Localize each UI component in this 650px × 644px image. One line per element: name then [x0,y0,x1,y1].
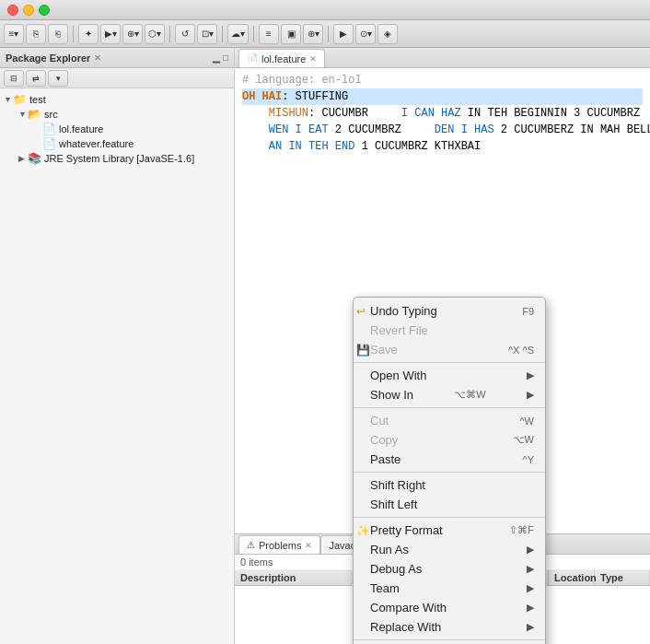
tab-label: lol.feature [261,53,306,64]
menu-label-open-with: Open With [370,369,426,382]
collapse-all-btn[interactable]: ⊟ [4,70,24,87]
menu-label-save: Save [370,343,398,357]
menu-item-team[interactable]: Team ▶ [354,579,545,598]
col-header-location: Location [549,570,595,585]
menu-item-replace-with[interactable]: Replace With ▶ [354,617,545,637]
menu-item-undo-typing[interactable]: ↩ Undo Typing F9 [354,301,545,321]
menu-item-paste[interactable]: Paste ^Y [354,450,545,469]
submenu-arrow-replace-with: ▶ [527,621,534,633]
code-line-8: AN IN TEH END 1 CUCUMBRZ KTHXBAI [242,140,481,153]
menu-shortcut-pretty-format: ⇧⌘F [509,524,534,536]
save-button[interactable]: ⎘ [26,24,46,44]
run-dropdown[interactable]: ▶▾ [100,24,121,44]
toolbar-sep-2 [169,26,170,42]
folder-icon-src: 📂 [28,108,42,121]
run-button[interactable]: ✦ [78,24,99,44]
menu-label-show-in: Show In [370,388,413,402]
tree-item-test[interactable]: ▼ 📁 test [0,92,234,107]
tree-item-whatever-feature[interactable]: ▶ 📄 whatever.feature [0,136,234,151]
menu-label-pretty-format: Pretty Format [370,523,443,537]
code-line-2: OH HAI: STUFFING [242,88,643,105]
menu-label-debug-as: Debug As [370,562,422,576]
problems-tab-label: Problems [259,540,301,551]
minimize-button[interactable] [23,5,34,16]
editor-tab-lol-feature[interactable]: 📄 lol.feature ✕ [238,49,325,67]
tree-label-lol-feature: lol.feature [59,123,103,135]
bottom-tab-problems[interactable]: ⚠ Problems ✕ [238,535,320,554]
external-button[interactable]: ☁▾ [227,24,249,44]
stop-button[interactable]: ⊙▾ [355,24,376,44]
console-button[interactable]: ◈ [377,24,398,44]
menu-item-shift-right[interactable]: Shift Right [354,475,545,495]
tree-label-src: src [44,109,58,120]
build-button[interactable]: ⬡▾ [145,24,165,44]
context-menu: ↩ Undo Typing F9 Revert File 💾 Save ^X ^… [353,297,546,644]
view-button[interactable]: ▣ [281,24,301,44]
menu-label-replace-with: Replace With [370,620,441,634]
save-icon: 💾 [356,344,370,357]
code-line-5: I CAN HAZ IN TEH BEGINNIN 3 CUCUMBRZ [375,107,640,120]
minimize-panel-icon[interactable]: ▁ [213,53,220,63]
debug-button[interactable]: ⊕▾ [122,24,143,44]
code-line-6: WEN I EAT 2 CUCUMBRZ [242,123,401,136]
menu-item-save[interactable]: 💾 Save ^X ^S [354,340,545,359]
add-view-button[interactable]: ⊕▾ [303,24,323,44]
refresh-button[interactable]: ↺ [175,24,195,44]
panel-tabs: Package Explorer ✕ [6,53,213,64]
tree-menu-btn[interactable]: ▾ [48,70,68,87]
toolbar-sep-4 [253,26,254,42]
menu-item-debug-as[interactable]: Debug As ▶ [354,559,545,579]
lib-icon-jre: 📚 [28,152,42,165]
panel-icons: ▁ □ [213,53,228,63]
code-line-7: DEN I HAS 2 CUCUMBERZ IN MAH BELLY [408,123,650,136]
close-button[interactable] [7,5,18,16]
tree-label-test: test [29,94,46,105]
project-icon: 📁 [13,93,28,106]
menu-label-copy: Copy [370,433,398,447]
menu-shortcut-copy: ⌥W [513,434,534,446]
expand-arrow-src[interactable]: ▼ [18,110,28,119]
menu-item-open-with[interactable]: Open With ▶ [354,366,545,385]
menu-label-compare-with: Compare With [370,601,447,615]
toolbar: ≡▾ ⎘ ⎗ ✦ ▶▾ ⊕▾ ⬡▾ ↺ ⊡▾ ☁▾ ≡ ▣ ⊕▾ ▶ ⊙▾ ◈ [0,20,650,48]
menu-item-shift-left[interactable]: Shift Left [354,495,545,514]
menu-item-cut[interactable]: Cut ^W [354,411,545,430]
menu-sep-1 [354,362,545,363]
tree-item-lol-feature[interactable]: ▶ 📄 lol.feature [0,122,234,136]
search-button[interactable]: ⊡▾ [197,24,217,44]
new-button[interactable]: ≡▾ [4,24,24,44]
menu-item-pretty-format[interactable]: ✨ Pretty Format ⇧⌘F [354,521,545,540]
menu-item-compare-with[interactable]: Compare With ▶ [354,598,545,617]
tree-item-src[interactable]: ▼ 📂 src [0,107,234,122]
expand-arrow-jre[interactable]: ▶ [18,154,28,163]
problems-tab-close[interactable]: ✕ [305,541,312,550]
maximize-button[interactable] [39,5,50,16]
save-all-button[interactable]: ⎗ [48,24,68,44]
submenu-arrow-show-in: ▶ [527,389,534,401]
expand-arrow-test[interactable]: ▼ [4,95,13,104]
menu-sep-4 [354,517,545,518]
code-line-1: # language: en-lol [242,74,362,87]
panel-header: Package Explorer ✕ ▁ □ [0,48,234,68]
tab-close-icon[interactable]: ✕ [309,54,317,64]
toolbar-sep-3 [222,26,223,42]
tree-label-jre: JRE System Library [JavaSE-1.6] [44,153,194,164]
package-explorer-tab[interactable]: Package Explorer [6,53,90,64]
tree-area: ▼ 📁 test ▼ 📂 src ▶ 📄 lol.feature [0,88,234,644]
play-button[interactable]: ▶ [333,24,354,44]
undo-typing-icon: ↩ [356,305,366,318]
link-editor-btn[interactable]: ⇄ [26,70,46,87]
menu-item-show-in[interactable]: Show In ⌥⌘W ▶ [354,385,545,404]
maximize-panel-icon[interactable]: □ [223,53,228,63]
menu-sep-3 [354,472,545,473]
menu-item-revert-file[interactable]: Revert File [354,321,545,340]
menu-sep-2 [354,407,545,408]
menu-item-run-as[interactable]: Run As ▶ [354,540,545,559]
menu-item-copy[interactable]: Copy ⌥W [354,430,545,450]
main-area: Package Explorer ✕ ▁ □ ⊟ ⇄ ▾ ▼ 📁 test ▼ [0,48,650,644]
submenu-arrow-debug-as: ▶ [527,563,534,575]
perspective-button[interactable]: ≡ [259,24,279,44]
menu-sep-5 [354,639,545,640]
toolbar-sep-5 [328,26,329,42]
tree-item-jre[interactable]: ▶ 📚 JRE System Library [JavaSE-1.6] [0,151,234,166]
